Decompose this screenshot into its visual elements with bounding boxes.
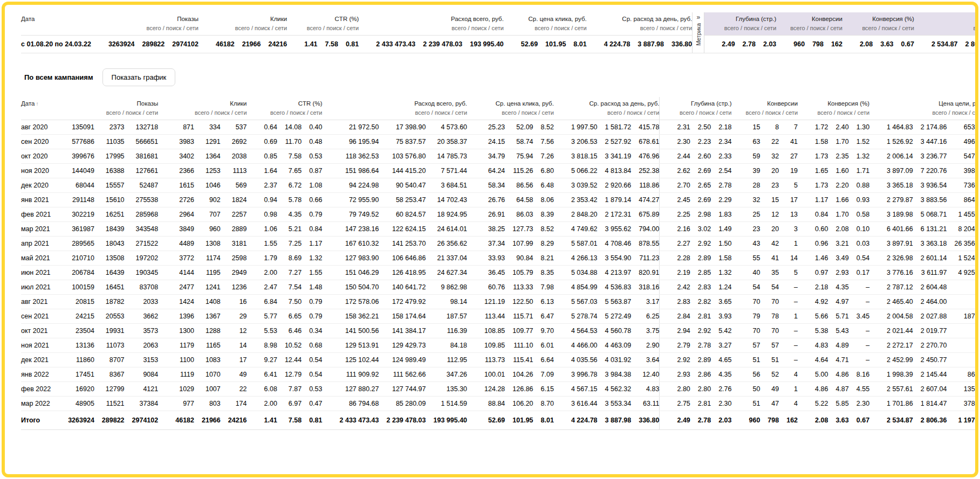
metric-cell: 58.74 [505,135,533,149]
column-group-impressions: Показывсего / поиск / сети [91,12,198,36]
table-row: сен 2020577686110355666513983129126920.6… [21,135,978,149]
metric-cell: 18439 [94,222,125,237]
date-column-header[interactable]: Дата↑ [21,97,51,120]
metric-cell: 0.67 [894,36,914,53]
metric-cell: 32 [760,149,779,164]
metric-cell: 3.63 [873,36,893,53]
metric-cell: 3662 [125,309,159,324]
metric-cell: 8.35 [533,266,554,280]
metric-cell: 3 996.78 [554,367,598,382]
metric-cell: 2.35 [828,149,848,164]
metric-cell: 24215 [51,309,94,324]
metric-cell: 2 021.44 [869,324,913,338]
metric-cell: 20 [760,164,779,178]
metric-cell: 5.43 [828,324,848,338]
table-row: авг 202013509123731327188713345370.6414.… [21,120,978,135]
column-subheader: всего / поиск / сети [373,24,504,32]
metric-cell: 2.23 [690,135,711,149]
metric-cell: 113.44 [467,309,505,324]
metric-cell: 15557 [94,178,125,193]
metric-cell: 210710 [51,251,94,266]
column-group-total-cost[interactable]: Расход всего, руб.всего / поиск / сети [323,97,468,120]
metric-cell: – [947,353,978,367]
column-group-impressions[interactable]: Показывсего / поиск / сети [51,97,158,120]
metric-cell: 1046 [194,178,221,193]
metric-cell: 140 641.72 [379,280,426,295]
metric-cell: 3 236.77 [913,149,947,164]
metric-cell: 115.26 [505,164,533,178]
metric-cell: 4.35 [828,280,848,295]
column-group-label: Расход всего, руб. [337,100,468,108]
metric-cell: 72 955.90 [323,193,379,207]
metric-cell: 3 341.19 [598,149,632,164]
metric-cell: 1.65 [798,164,828,178]
column-group-goal-cost[interactable]: Цена цели, руб.всего / поиск / сети [869,97,978,120]
metric-cell: 17 [779,193,798,207]
column-group-depth[interactable]: Глубина (стр.)всего / поиск / сети [660,97,732,120]
metric-cell: 2.20 [828,178,848,193]
metric-cell: 5 034.88 [554,266,598,280]
metric-cell: 12 [221,324,247,338]
metric-cell: 5.85 [828,397,848,411]
metric-cell: 902 [194,193,221,207]
metric-cell: 109.77 [505,324,533,338]
metric-cell: 16451 [94,280,125,295]
metric-cell: 2.86 [690,367,711,382]
metric-cell: 2.42 [660,280,690,295]
metric-cell: 3 365.18 [869,178,913,193]
column-group-avg-cpc[interactable]: Ср. цена клика, руб.всего / поиск / сети [467,97,554,120]
column-group-avg-daily-cost[interactable]: Ср. расход за день, руб.всего / поиск / … [554,97,660,120]
metric-cell: 5.77 [247,309,277,324]
metric-cell: 2 172.31 [598,207,632,222]
metric-cell: 75 837.57 [379,135,426,149]
metric-cell: 1179 [158,338,194,353]
row-date: фев 2022 [21,382,51,397]
column-subheader: всего / поиск / сети [301,24,359,32]
metric-cell: 54 [731,280,760,295]
metrika-panel-toggle[interactable]: »Метрика [693,12,704,53]
metric-cell: 8.52 [533,120,554,135]
metric-cell: 5 278.74 [554,309,598,324]
metric-cell: 4 813.84 [598,164,632,178]
column-group-conversions[interactable]: Конверсиивсего / поиск / сети [731,97,798,120]
column-group-label: Цена цели, руб. [883,100,978,108]
metric-cell: 15 [731,120,760,135]
metric-cell: 55 [731,251,760,266]
column-group-ctr[interactable]: CTR (%)всего / поиск / сети [247,97,323,120]
metric-cell: 12.44 [277,353,301,367]
metric-cell: 1 514.59 [426,397,468,411]
metric-cell: 9 862.98 [426,280,468,295]
metric-cell: 798 [805,36,824,53]
metric-cell: 2.33 [711,149,731,164]
table-row: июн 2021206784164391903454144119529492.0… [21,266,978,280]
metric-cell: 41 [779,135,798,149]
column-group-clicks[interactable]: Кликивсего / поиск / сети [158,97,246,120]
metric-cell: 1 701.86 [869,397,913,411]
metric-cell: 36.45 [467,266,505,280]
metric-cell: 2 239 478.03 [415,36,462,53]
metric-cell: 24 627.34 [426,266,468,280]
metric-cell: 2974102 [165,36,198,53]
metric-cell: 474.27 [631,193,660,207]
column-group-conversion-rate[interactable]: Конверсия (%)всего / поиск / сети [798,97,869,120]
metric-cell: 19931 [94,324,125,338]
metric-cell: 4 562.32 [598,382,632,397]
metric-cell: 193 995.40 [426,411,468,430]
metric-cell: 2 806.36 [913,411,947,430]
column-group-depth: Глубина (стр.)всего / поиск / сети [704,12,777,36]
metric-cell: 51 [731,353,760,367]
metric-cell: 39 [731,164,760,178]
metric-cell: 302219 [51,207,94,222]
metric-cell: 43 [731,237,760,251]
metric-cell: 141 253.70 [379,237,426,251]
metric-cell: 3 984.38 [598,367,632,382]
metric-cell: 0.68 [301,338,322,353]
show-chart-button[interactable]: Показать график [102,68,176,86]
column-group-avg-cpc: Ср. цена клика, руб.всего / поиск / сети [504,12,587,36]
metric-cell: 115.41 [505,353,533,367]
metric-cell: 0.88 [849,178,869,193]
metric-cell: 22 [760,135,779,149]
metric-cell: 1.83 [711,207,731,222]
metric-cell: 1.71 [849,164,869,178]
metric-cell: 398.50 [947,164,978,178]
